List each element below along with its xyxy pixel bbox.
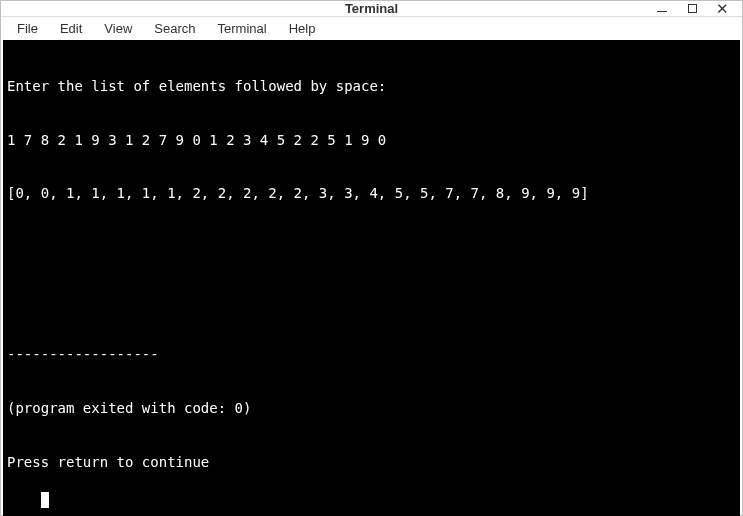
terminal-line: ------------------: [7, 346, 736, 364]
menu-help[interactable]: Help: [279, 17, 326, 40]
window-controls: ✕: [648, 1, 736, 16]
minimize-button[interactable]: [648, 0, 676, 21]
terminal-output[interactable]: Enter the list of elements followed by s…: [3, 40, 740, 516]
window-title: Terminal: [345, 1, 398, 16]
terminal-window: Terminal ✕ File Edit View Search Termina…: [0, 0, 743, 516]
terminal-line: Enter the list of elements followed by s…: [7, 78, 736, 96]
menu-terminal[interactable]: Terminal: [208, 17, 277, 40]
terminal-blank: [7, 293, 736, 311]
menu-view[interactable]: View: [94, 17, 142, 40]
maximize-icon: [688, 4, 697, 13]
menu-file[interactable]: File: [7, 17, 48, 40]
terminal-line: [0, 0, 1, 1, 1, 1, 1, 2, 2, 2, 2, 2, 3, …: [7, 185, 736, 203]
terminal-line: 1 7 8 2 1 9 3 1 2 7 9 0 1 2 3 4 5 2 2 5 …: [7, 132, 736, 150]
menu-edit[interactable]: Edit: [50, 17, 92, 40]
menu-search[interactable]: Search: [144, 17, 205, 40]
close-button[interactable]: ✕: [708, 0, 736, 21]
terminal-line: (program exited with code: 0): [7, 400, 736, 418]
close-icon: ✕: [716, 1, 729, 16]
terminal-cursor: [41, 492, 49, 508]
titlebar: Terminal ✕: [1, 1, 742, 17]
maximize-button[interactable]: [678, 0, 706, 21]
menubar: File Edit View Search Terminal Help: [1, 17, 742, 40]
minimize-icon: [657, 11, 667, 12]
terminal-blank: [7, 239, 736, 257]
terminal-line: Press return to continue: [7, 454, 736, 472]
